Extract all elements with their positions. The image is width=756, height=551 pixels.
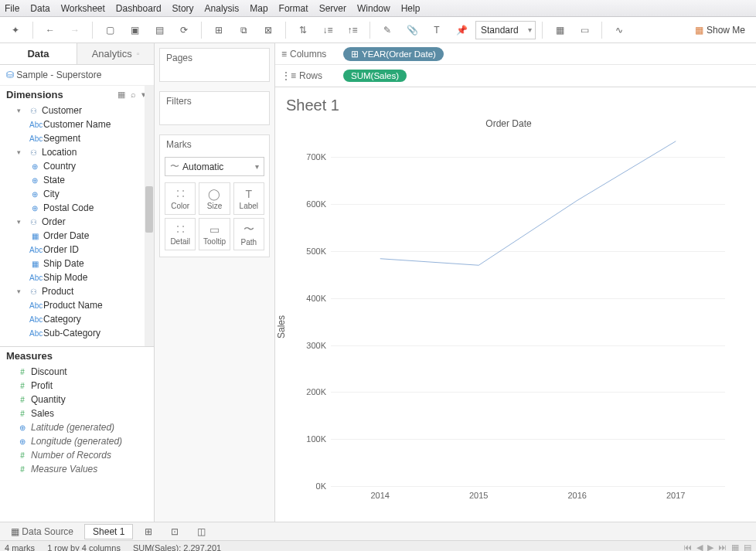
dim-field[interactable]: AbcOrder ID	[0, 243, 154, 257]
dim-field[interactable]: ⊕City	[0, 187, 154, 201]
measure-field[interactable]: ⊕Longitude (generated)	[0, 434, 154, 448]
new-dashboard-icon[interactable]: ⊡	[164, 522, 186, 542]
columns-pill[interactable]: ⊞YEAR(Order Date)	[343, 47, 444, 61]
measure-field[interactable]: ⊕Latitude (generated)	[0, 420, 154, 434]
dim-group[interactable]: ▾⚇Order	[0, 215, 154, 229]
dims-scrollbar[interactable]	[145, 86, 154, 346]
marks-detail[interactable]: ⸬Detail	[165, 218, 196, 250]
measure-field[interactable]: #Sales	[0, 406, 154, 420]
menu-map[interactable]: Map	[250, 3, 267, 14]
menu-data[interactable]: Data	[30, 3, 49, 14]
dim-field[interactable]: AbcSegment	[0, 131, 154, 145]
tab-sheet1[interactable]: Sheet 1	[84, 524, 133, 539]
new-worksheet-icon[interactable]: ⊞	[138, 522, 159, 542]
marks-tooltip[interactable]: ▭Tooltip	[199, 218, 230, 250]
pin-icon[interactable]: 📌	[451, 20, 472, 40]
status-layout: 1 row by 4 columns	[47, 543, 121, 552]
menu-worksheet[interactable]: Worksheet	[61, 3, 105, 14]
menu-format[interactable]: Format	[279, 3, 308, 14]
pages-card[interactable]: Pages	[159, 48, 270, 82]
dim-group[interactable]: ▾⚇Location	[0, 145, 154, 159]
forward-icon[interactable]: →	[64, 20, 86, 40]
rows-pill[interactable]: SUM(Sales)	[343, 70, 407, 82]
dim-field[interactable]: AbcSub-Category	[0, 326, 154, 340]
dim-field[interactable]: AbcProduct Name	[0, 298, 154, 312]
marks-path[interactable]: 〜Path	[233, 218, 264, 250]
detail-icon: ⸬	[177, 223, 184, 236]
plus-icon: ⊞	[351, 49, 359, 60]
view-grid-icon[interactable]: ▦	[731, 542, 739, 551]
filters-card[interactable]: Filters	[159, 91, 270, 125]
menu-help[interactable]: Help	[401, 3, 421, 14]
menu-dashboard[interactable]: Dashboard	[116, 3, 162, 14]
mark-type-select[interactable]: 〜 Automatic	[165, 157, 264, 176]
marks-color[interactable]: ⸬Color	[165, 182, 196, 215]
menu-story[interactable]: Story	[172, 3, 194, 14]
y-tick: 600K	[306, 199, 326, 209]
measure-field[interactable]: #Number of Records	[0, 448, 154, 462]
nav-last-icon[interactable]: ⏭	[718, 542, 727, 551]
measure-field[interactable]: #Quantity	[0, 393, 154, 406]
swap-icon[interactable]: ⇅	[292, 20, 314, 40]
save-icon[interactable]: ▢	[99, 20, 121, 40]
dim-group[interactable]: ▾⚇Product	[0, 284, 154, 298]
line-series[interactable]	[380, 141, 676, 266]
tab-datasource[interactable]: ▦ Data Source	[5, 525, 80, 539]
dim-field[interactable]: AbcCategory	[0, 312, 154, 326]
dim-field[interactable]: ▦Order Date	[0, 229, 154, 243]
chart-plot[interactable]: Sales 0K100K200K300K400K500K600K700K 201…	[284, 134, 733, 509]
measure-field[interactable]: #Measure Values	[0, 462, 154, 476]
nav-first-icon[interactable]: ⏮	[683, 542, 692, 551]
dim-field[interactable]: ⊕State	[0, 173, 154, 187]
menu-server[interactable]: Server	[319, 3, 346, 14]
status-marks: 4 marks	[5, 543, 35, 552]
pause-icon[interactable]: ▤	[148, 20, 170, 40]
datasource-name[interactable]: ⛁ Sample - Superstore	[0, 65, 154, 86]
label-icon[interactable]: T	[426, 20, 448, 40]
dim-field[interactable]: AbcShip Mode	[0, 270, 154, 284]
nav-prev-icon[interactable]: ◀	[696, 542, 703, 551]
cards-icon[interactable]: ▦	[549, 20, 570, 40]
menu-analysis[interactable]: Analysis	[205, 3, 240, 14]
marks-label[interactable]: TLabel	[233, 182, 264, 215]
dimensions-tools[interactable]: ▦ ⌕ ▾	[117, 90, 148, 100]
menu-file[interactable]: File	[5, 3, 19, 14]
x-tick: 2015	[430, 491, 529, 503]
dim-field[interactable]: ⊕Country	[0, 159, 154, 173]
dim-field[interactable]: ▦Ship Date	[0, 257, 154, 270]
nav-next-icon[interactable]: ▶	[707, 542, 713, 551]
show-me-button[interactable]: ▦ Show Me	[689, 25, 751, 36]
dim-group[interactable]: ▾⚇Customer	[0, 104, 154, 117]
measure-field[interactable]: #Discount	[0, 365, 154, 379]
logo-icon[interactable]: ✦	[5, 20, 26, 40]
view-list-icon[interactable]: ▤	[744, 542, 751, 551]
columns-icon: ≡	[281, 49, 287, 60]
tab-analytics[interactable]: Analytics▫	[77, 43, 154, 64]
dim-field[interactable]: AbcCustomer Name	[0, 117, 154, 131]
rows-shelf[interactable]: ⋮≡Rows SUM(Sales)	[275, 65, 756, 87]
cards-column: Pages Filters Marks 〜 Automatic ⸬Color ◯…	[155, 43, 275, 522]
sort-asc-icon[interactable]: ↓≡	[317, 20, 339, 40]
showme-icon: ▦	[695, 25, 703, 36]
dim-field[interactable]: ⊕Postal Code	[0, 201, 154, 215]
tab-data[interactable]: Data	[0, 43, 77, 64]
fit-select[interactable]: Standard	[475, 21, 536, 39]
columns-shelf[interactable]: ≡Columns ⊞YEAR(Order Date)	[275, 43, 756, 65]
new-story-icon[interactable]: ◫	[190, 522, 212, 542]
x-tick: 2014	[331, 491, 430, 503]
measure-field[interactable]: #Profit	[0, 379, 154, 393]
share-icon[interactable]: ∿	[608, 20, 630, 40]
clear-icon[interactable]: ⊠	[257, 20, 279, 40]
sheet-title[interactable]: Sheet 1	[284, 94, 747, 121]
duplicate-icon[interactable]: ⧉	[233, 20, 254, 40]
new-data-icon[interactable]: ▣	[124, 20, 145, 40]
sort-desc-icon[interactable]: ↑≡	[342, 20, 363, 40]
menu-window[interactable]: Window	[357, 3, 390, 14]
new-sheet-icon[interactable]: ⊞	[208, 20, 230, 40]
back-icon[interactable]: ←	[39, 20, 61, 40]
refresh-icon[interactable]: ⟳	[173, 20, 195, 40]
highlight-icon[interactable]: ✎	[376, 20, 398, 40]
marks-size[interactable]: ◯Size	[199, 182, 230, 215]
attach-icon[interactable]: 📎	[401, 20, 423, 40]
present-icon[interactable]: ▭	[574, 20, 595, 40]
